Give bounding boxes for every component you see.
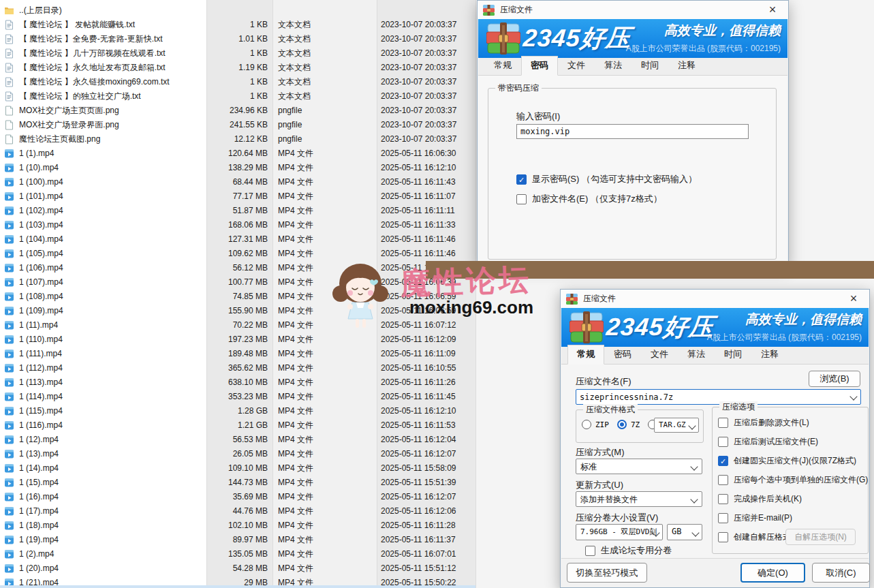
forum-volume-checkbox[interactable] bbox=[585, 546, 595, 556]
method-select[interactable]: 标准 bbox=[576, 459, 702, 474]
file-row[interactable]: 1 (100).mp468.44 MBMP4 文件2025-05-11 16:1… bbox=[0, 175, 475, 189]
password-option-0-checkbox[interactable]: ✓ bbox=[516, 174, 527, 185]
file-row[interactable]: 1 (15).mp4144.73 MBMP4 文件2025-05-11 15:5… bbox=[0, 476, 475, 490]
ok-button[interactable]: 确定(O) bbox=[740, 563, 805, 583]
mp4-icon bbox=[4, 435, 14, 445]
file-row[interactable]: 1 (11).mp470.22 MBMP4 文件2025-05-11 16:07… bbox=[0, 318, 475, 332]
cancel-button[interactable]: 取消(C) bbox=[812, 563, 870, 583]
file-row[interactable]: 【 魔性论坛 】全免费-无套路-更新快.txt1.01 KB文本文档2023-1… bbox=[0, 32, 475, 46]
tab-注释[interactable]: 注释 bbox=[751, 345, 788, 365]
sfx-options-button[interactable]: 自解压选项(N) bbox=[785, 529, 856, 545]
file-row[interactable]: 【 魔性论坛 】的独立社交广场.txt1 KB文本文档2023-10-07 20… bbox=[0, 89, 475, 104]
file-size: 155.90 MB bbox=[206, 304, 272, 318]
file-row[interactable]: 【 魔性论坛 】几十万部视频在线观看.txt1 KB文本文档2023-10-07… bbox=[0, 46, 475, 61]
compress-option-5-checkbox[interactable] bbox=[718, 513, 728, 523]
file-row[interactable]: 1 (19).mp489.97 MBMP4 文件2025-05-11 16:11… bbox=[0, 533, 475, 547]
compress-option-6-checkbox[interactable] bbox=[718, 532, 728, 542]
file-row[interactable]: 1 (102).mp451.87 MBMP4 文件2025-05-11 16:1… bbox=[0, 204, 475, 218]
tab-密码[interactable]: 密码 bbox=[604, 345, 641, 365]
compress-option-4-checkbox[interactable] bbox=[718, 494, 728, 504]
file-size: 109.62 MB bbox=[206, 247, 272, 261]
mp4-icon bbox=[4, 363, 14, 373]
file-date: 2023-10-07 20:03:37 bbox=[377, 61, 475, 75]
mp4-icon bbox=[4, 506, 14, 516]
file-row[interactable]: 1 (103).mp4168.06 MBMP4 文件2025-05-11 16:… bbox=[0, 218, 475, 232]
file-name: 【 魔性论坛 】 发帖就能赚钱.txt bbox=[19, 18, 135, 32]
file-row[interactable]: 1 (110).mp4197.23 MBMP4 文件2025-05-11 16:… bbox=[0, 332, 475, 347]
file-row[interactable]: 1 (101).mp477.17 MBMP4 文件2025-05-11 16:1… bbox=[0, 189, 475, 204]
file-row[interactable]: MOX社交广场主页页面.png234.96 KBpngfile2023-10-0… bbox=[0, 104, 475, 118]
file-row[interactable]: 1 (2).mp4135.05 MBMP4 文件2025-05-11 16:07… bbox=[0, 547, 475, 561]
tab-算法[interactable]: 算法 bbox=[595, 56, 631, 76]
browse-button[interactable]: 浏览(B) bbox=[809, 371, 860, 387]
compress-option-0-checkbox[interactable] bbox=[718, 418, 728, 428]
password-input[interactable] bbox=[516, 124, 749, 139]
compress-option-2-checkbox[interactable]: ✓ bbox=[718, 456, 728, 466]
tab-常规[interactable]: 常规 bbox=[567, 345, 604, 365]
close-icon[interactable]: × bbox=[764, 1, 781, 18]
file-row[interactable]: 1 (113).mp4638.10 MBMP4 文件2025-05-11 16:… bbox=[0, 375, 475, 390]
file-row[interactable]: 魔性论坛主页截图.png12.12 KBpngfile2023-10-07 20… bbox=[0, 132, 475, 146]
password-option-1-checkbox[interactable] bbox=[516, 194, 527, 204]
file-row[interactable]: 1 (17).mp444.76 MBMP4 文件2025-05-11 16:12… bbox=[0, 504, 475, 519]
tab-算法[interactable]: 算法 bbox=[678, 345, 715, 365]
file-name: MOX社交广场主页页面.png bbox=[19, 104, 119, 118]
tab-时间[interactable]: 时间 bbox=[715, 345, 751, 365]
file-row[interactable]: 1 (112).mp4365.62 MBMP4 文件2025-05-11 16:… bbox=[0, 361, 475, 375]
file-size: 1 KB bbox=[206, 46, 272, 61]
format-dropdown[interactable]: TAR.GZ bbox=[654, 418, 699, 433]
file-row[interactable]: ..(上层目录) bbox=[0, 3, 475, 18]
brand-banner: 2345好压 高效专业，值得信赖 A股上市公司荣誉出品 (股票代码：002195… bbox=[478, 19, 787, 58]
file-row[interactable]: 1 (104).mp4127.31 MBMP4 文件2025-05-11 16:… bbox=[0, 232, 475, 247]
file-type: MP4 文件 bbox=[272, 418, 377, 433]
file-size: 189.48 MB bbox=[206, 347, 272, 361]
file-row[interactable]: 1 (13).mp426.05 MBMP4 文件2025-05-11 16:12… bbox=[0, 447, 475, 461]
volume-size-select[interactable]: 7.96GB - 双层DVD刻 bbox=[576, 524, 663, 540]
volume-unit-select[interactable]: GB bbox=[667, 524, 702, 540]
file-name: ..(上层目录) bbox=[19, 3, 62, 18]
folder-icon bbox=[4, 5, 14, 16]
tab-文件[interactable]: 文件 bbox=[641, 345, 678, 365]
file-row[interactable]: 1 (109).mp4155.90 MBMP4 文件2025-05-11 16:… bbox=[0, 304, 475, 318]
format-radio-7Z[interactable] bbox=[617, 420, 627, 429]
file-row[interactable]: 1 (1).mp4120.64 MBMP4 文件2025-05-11 16:06… bbox=[0, 146, 475, 161]
close-icon[interactable]: × bbox=[845, 290, 862, 307]
light-mode-button[interactable]: 切换至轻巧模式 bbox=[567, 563, 647, 583]
file-row[interactable]: 1 (10).mp4138.29 MBMP4 文件2025-05-11 16:1… bbox=[0, 161, 475, 175]
compress-option-1-checkbox[interactable] bbox=[718, 437, 728, 447]
compress-option-3-checkbox[interactable] bbox=[718, 475, 728, 485]
file-row[interactable]: 1 (115).mp41.28 GBMP4 文件2025-05-11 16:12… bbox=[0, 404, 475, 418]
file-row[interactable]: MOX社交广场登录界面.png241.55 KBpngfile2023-10-0… bbox=[0, 118, 475, 132]
file-row[interactable]: 1 (14).mp4109.10 MBMP4 文件2025-05-11 15:5… bbox=[0, 461, 475, 476]
file-row[interactable]: 1 (111).mp4189.48 MBMP4 文件2025-05-11 16:… bbox=[0, 347, 475, 361]
mp4-icon bbox=[4, 377, 14, 388]
file-row[interactable]: 1 (16).mp435.69 MBMP4 文件2025-05-11 16:12… bbox=[0, 490, 475, 504]
file-date: 2025-05-11 16:12:07 bbox=[377, 490, 475, 504]
file-date: 2025-05-11 16:11:46 bbox=[377, 232, 475, 247]
tab-时间[interactable]: 时间 bbox=[631, 56, 668, 76]
file-type: 文本文档 bbox=[272, 89, 377, 104]
compress-option-5-row: 压缩并E-mail(P) bbox=[718, 512, 792, 524]
file-row[interactable]: 【 魔性论坛 】永久地址发布页及邮箱.txt1.19 KB文本文档2023-10… bbox=[0, 61, 475, 75]
file-type: MP4 文件 bbox=[272, 361, 377, 375]
file-row[interactable]: 【 魔性论坛 】永久链接moxing69.com.txt1 KB文本文档2023… bbox=[0, 75, 475, 89]
format-radio-ZIP[interactable] bbox=[582, 420, 591, 429]
dialog-titlebar[interactable]: 压缩文件 × bbox=[478, 1, 788, 19]
tab-文件[interactable]: 文件 bbox=[558, 56, 595, 76]
tab-密码[interactable]: 密码 bbox=[521, 56, 558, 76]
file-row[interactable]: 【 魔性论坛 】 发帖就能赚钱.txt1 KB文本文档2023-10-07 20… bbox=[0, 18, 475, 32]
file-name: 1 (116).mp4 bbox=[19, 418, 63, 433]
dialog-titlebar[interactable]: 压缩文件 × bbox=[561, 290, 869, 308]
file-date: 2025-05-11 16:12:09 bbox=[377, 332, 475, 347]
tab-常规[interactable]: 常规 bbox=[484, 56, 521, 76]
file-row[interactable]: 1 (18).mp4102.10 MBMP4 文件2025-05-11 16:1… bbox=[0, 519, 475, 533]
tab-注释[interactable]: 注释 bbox=[668, 56, 705, 76]
file-row[interactable]: 1 (114).mp4353.23 MBMP4 文件2025-05-11 16:… bbox=[0, 390, 475, 404]
update-mode-select[interactable]: 添加并替换文件 bbox=[576, 491, 702, 507]
file-row[interactable]: 1 (12).mp456.53 MBMP4 文件2025-05-11 16:12… bbox=[0, 433, 475, 447]
file-date: 2025-05-11 16:12:10 bbox=[377, 161, 475, 175]
file-row[interactable]: 1 (116).mp41.21 GBMP4 文件2025-05-11 16:11… bbox=[0, 418, 475, 433]
file-row[interactable]: 1 (105).mp4109.62 MBMP4 文件2025-05-11 16:… bbox=[0, 247, 475, 261]
file-row[interactable]: 1 (20).mp454.28 MBMP4 文件2025-05-11 15:51… bbox=[0, 561, 475, 576]
archive-name-combo[interactable] bbox=[576, 389, 861, 405]
